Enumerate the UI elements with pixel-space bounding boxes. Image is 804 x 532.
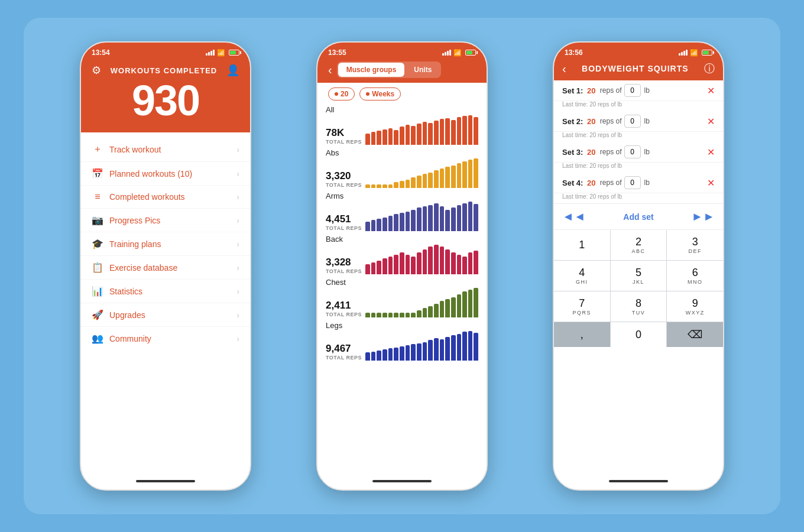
bar: [423, 342, 427, 361]
numpad-5[interactable]: 5JKL: [611, 261, 667, 291]
bar: [400, 252, 404, 274]
set-unit-4: lb: [644, 179, 650, 187]
numpad-9[interactable]: 9WXYZ: [667, 291, 723, 322]
time-1: 13:54: [92, 48, 110, 57]
chart-row-chest: 2,411TOTAL REPS: [326, 288, 478, 317]
bar: [423, 206, 427, 231]
set-input-3[interactable]: [624, 145, 641, 158]
bar: [394, 130, 398, 145]
menu-item-track[interactable]: ＋ Track workout ›: [81, 137, 250, 162]
set-unit-2: lb: [644, 117, 650, 125]
phone1-header: ⚙ WORKOUTS COMPLETED 👤 930: [81, 59, 250, 132]
set-last-2: Last time: 20 reps of lb: [554, 132, 723, 142]
tab-units[interactable]: Units: [406, 63, 440, 77]
numpad-2[interactable]: 2ABC: [611, 230, 667, 260]
bar: [445, 337, 450, 361]
signal-icon: [206, 50, 215, 56]
bar: [371, 220, 376, 231]
prev-set-nav[interactable]: ◄◄: [562, 210, 586, 223]
numpad-comma[interactable]: ,: [554, 322, 610, 347]
chevron-icon-9: ›: [236, 334, 239, 343]
bars-arms: [365, 202, 478, 231]
chevron-icon-6: ›: [236, 263, 239, 273]
set-last-4: Last time: 20 reps of lb: [554, 193, 723, 203]
delete-set-4[interactable]: ✕: [707, 177, 715, 189]
tab-muscle-groups[interactable]: Muscle groups: [338, 63, 405, 77]
profile-icon[interactable]: 👤: [226, 64, 239, 77]
bars-abs: [365, 158, 478, 188]
bar: [382, 313, 387, 317]
bar: [377, 184, 381, 188]
bar: [406, 313, 410, 317]
home-bar-1: [136, 480, 195, 482]
bar: [411, 210, 416, 231]
bar: [406, 255, 410, 274]
bar: [400, 126, 404, 145]
bar: [406, 180, 410, 188]
numpad-1[interactable]: 1: [554, 230, 610, 260]
info-icon[interactable]: ⓘ: [704, 61, 715, 76]
filter-period[interactable]: Weeks: [359, 87, 401, 100]
bar: [388, 216, 393, 231]
chevron-icon-8: ›: [236, 310, 239, 320]
menu-item-upgrades[interactable]: 🚀 Upgrades ›: [81, 303, 250, 327]
numpad-3[interactable]: 3DEF: [667, 230, 723, 260]
settings-icon[interactable]: ⚙: [92, 64, 101, 77]
set-label-4: Set 4:: [562, 179, 585, 187]
bar: [440, 119, 445, 145]
add-set-button[interactable]: Add set: [586, 212, 692, 222]
bar: [411, 344, 416, 361]
bar: [382, 129, 387, 145]
filter-value: 20: [341, 90, 348, 98]
numpad-8[interactable]: 8TUV: [611, 291, 667, 322]
numpad-7[interactable]: 7PQRS: [554, 291, 610, 322]
set-input-2[interactable]: [624, 115, 641, 128]
chart-title-all: All: [326, 105, 478, 114]
menu-item-planned[interactable]: 📅 Planned workouts (10) ›: [81, 162, 250, 186]
status-bar-1: 13:54 📶: [81, 43, 250, 59]
menu-item-statistics[interactable]: 📊 Statistics ›: [81, 280, 250, 303]
numpad-0[interactable]: 0: [611, 322, 667, 347]
bar: [434, 245, 439, 274]
bar: [411, 126, 416, 145]
menu-item-training[interactable]: 🎓 Training plans ›: [81, 232, 250, 256]
numpad-4[interactable]: 4GHI: [554, 261, 610, 291]
set-unit-1: lb: [644, 86, 650, 95]
statistics-icon: 📊: [92, 286, 103, 297]
delete-set-2[interactable]: ✕: [707, 116, 715, 127]
bar: [394, 313, 398, 317]
set-row-4: Set 4: 20 reps of lb ✕: [554, 173, 723, 193]
bar: [417, 252, 422, 274]
status-bar-2: 13:55 📶: [317, 43, 487, 59]
bars-all: [365, 115, 478, 145]
set-input-4[interactable]: [624, 176, 641, 189]
menu-label-planned: Planned workouts (10): [109, 169, 236, 179]
chart-section-legs: Legs9,467TOTAL REPS: [326, 321, 478, 361]
bar: [457, 294, 462, 317]
phone1-menu: ＋ Track workout › 📅 Planned workouts (10…: [81, 132, 250, 473]
set-label-3: Set 3:: [562, 148, 585, 157]
menu-label-exercise: Exercise database: [109, 263, 236, 273]
bar: [451, 120, 456, 145]
bar: [451, 252, 456, 274]
delete-set-1[interactable]: ✕: [707, 85, 715, 96]
set-row-2: Set 2: 20 reps of lb ✕: [554, 111, 723, 132]
menu-item-completed[interactable]: ≡ Completed workouts ›: [81, 186, 250, 209]
filter-count[interactable]: 20: [328, 87, 355, 100]
back-button-2[interactable]: ‹: [328, 63, 332, 77]
menu-item-progress[interactable]: 📷 Progress Pics ›: [81, 209, 250, 232]
delete-set-3[interactable]: ✕: [707, 147, 715, 158]
chart-row-arms: 4,451TOTAL REPS: [326, 202, 478, 231]
outer-frame: 13:54 📶 ⚙ WORKOUTS COMPLETED 👤 930 ＋ Tra…: [24, 18, 780, 514]
chart-section-abs: Abs3,320TOTAL REPS: [326, 148, 478, 188]
menu-item-community[interactable]: 👥 Community ›: [81, 327, 250, 350]
calendar-icon: 📅: [92, 168, 103, 179]
bar: [474, 158, 478, 188]
numpad-backspace[interactable]: ⌫: [667, 322, 723, 347]
back-button-3[interactable]: ‹: [562, 62, 566, 76]
set-input-1[interactable]: [624, 84, 641, 97]
numpad-6[interactable]: 6MNO: [667, 261, 723, 291]
next-set-nav[interactable]: ►►: [691, 210, 715, 223]
menu-item-exercise[interactable]: 📋 Exercise database ›: [81, 256, 250, 280]
chart-row-legs: 9,467TOTAL REPS: [326, 331, 478, 361]
